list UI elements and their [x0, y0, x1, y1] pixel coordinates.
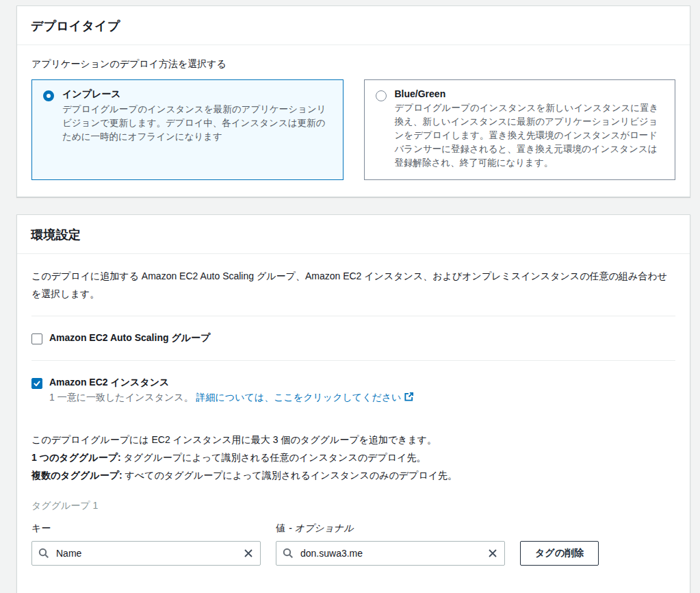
asg-checkbox-label: Amazon EC2 Auto Scaling グループ — [49, 332, 210, 344]
radio-unselected-icon[interactable] — [376, 90, 387, 101]
ec2-matched-instances-text: 1 一意に一致したインスタンス。 詳細については、ここをクリックしてください — [49, 392, 675, 404]
key-clear-button[interactable] — [242, 546, 255, 560]
checkbox-unchecked-icon[interactable] — [31, 333, 42, 344]
option-blue-green-label: Blue/Green — [395, 88, 664, 99]
tag-info-line2-bold: 1 つのタググループ: — [31, 452, 121, 463]
remove-tag-button[interactable]: タグの削除 — [520, 541, 599, 566]
option-blue-green-description: デプロイグループのインスタンスを新しいインスタンスに置き換え、新しいインスタンス… — [395, 101, 664, 170]
tag-info-line1: このデプロイグループには EC2 インスタンス用に最大 3 個のタググループを追… — [31, 431, 675, 449]
asg-checkbox-block: Amazon EC2 Auto Scaling グループ — [31, 329, 675, 347]
environment-description: このデプロイに追加する Amazon EC2 Auto Scaling グループ… — [31, 267, 675, 303]
option-tile-blue-green[interactable]: Blue/Green デプロイグループのインスタンスを新しいインスタンスに置き換… — [364, 79, 676, 180]
deploy-type-card: デプロイタイプ アプリケーションのデプロイ方法を選択する インプレース デプロイ… — [16, 5, 690, 197]
value-optional-text: - オプショナル — [289, 522, 354, 533]
asg-checkbox-row[interactable]: Amazon EC2 Auto Scaling グループ — [31, 332, 675, 344]
remove-tag-wrap: タグの削除 — [520, 541, 599, 566]
option-in-place-label: インプレース — [62, 88, 332, 101]
key-field: キー — [31, 522, 261, 566]
value-input[interactable] — [276, 541, 505, 566]
clear-x-icon — [243, 548, 254, 559]
tag-info-line3: 複数のタググループ: すべてのタググループによって識別されるインスタンスのみのデ… — [31, 466, 675, 484]
key-input[interactable] — [31, 541, 261, 566]
option-in-place-description: デプロイグループのインスタンスを最新のアプリケーションリビジョンで更新します。デ… — [62, 103, 332, 144]
ec2-checkbox-row[interactable]: Amazon EC2 インスタンス — [31, 377, 675, 389]
environment-title: 環境設定 — [31, 227, 676, 243]
radio-selected-icon[interactable] — [43, 90, 54, 101]
option-tile-in-place[interactable]: インプレース デプロイグループのインスタンスを最新のアプリケーションリビジョンで… — [31, 79, 343, 180]
deploy-method-question: アプリケーションのデプロイ方法を選択する — [31, 58, 675, 71]
value-clear-button[interactable] — [486, 546, 500, 560]
ec2-checkbox-label: Amazon EC2 インスタンス — [49, 377, 169, 389]
tag-info-line2-rest: タググループによって識別される任意のインスタンスのデプロイ先。 — [121, 452, 426, 463]
deploy-type-header: デプロイタイプ — [17, 6, 690, 45]
value-label-text: 値 — [276, 522, 285, 533]
key-search-box — [31, 541, 261, 566]
tag-group-info: このデプロイグループには EC2 インスタンス用に最大 3 個のタググループを追… — [31, 431, 675, 484]
ec2-checkbox-block: Amazon EC2 インスタンス 1 一意に一致したインスタンス。 詳細につい… — [31, 374, 675, 407]
option-tile-text: インプレース デプロイグループのインスタンスを最新のアプリケーションリビジョンで… — [62, 88, 332, 144]
deploy-option-tiles: インプレース デプロイグループのインスタンスを最新のアプリケーションリビジョンで… — [31, 79, 675, 180]
matched-count-text: 1 一意に一致したインスタンス。 — [49, 392, 194, 403]
checkbox-checked-icon[interactable] — [31, 378, 42, 389]
key-label: キー — [31, 522, 261, 535]
tag-info-line3-bold: 複数のタググループ: — [31, 470, 122, 481]
option-tile-text: Blue/Green デプロイグループのインスタンスを新しいインスタンスに置き換… — [395, 88, 664, 170]
environment-header: 環境設定 — [17, 215, 690, 254]
deploy-type-body: アプリケーションのデプロイ方法を選択する インプレース デプロイグループのインス… — [17, 45, 690, 197]
environment-body: このデプロイに追加する Amazon EC2 Auto Scaling グループ… — [17, 254, 690, 582]
environment-card: 環境設定 このデプロイに追加する Amazon EC2 Auto Scaling… — [16, 214, 690, 593]
deploy-type-title: デプロイタイプ — [31, 18, 676, 34]
tag-info-line2: 1 つのタググループ: タググループによって識別される任意のインスタンスのデプロ… — [31, 449, 675, 466]
divider — [31, 360, 675, 361]
details-link[interactable]: 詳細については、ここをクリックしてください — [196, 392, 402, 403]
value-search-box — [276, 541, 505, 566]
tag-group-1-title: タググループ 1 — [31, 500, 675, 512]
clear-x-icon — [487, 548, 498, 559]
value-label: 値- オプショナル — [276, 522, 505, 535]
external-link-icon — [404, 392, 414, 402]
tag-fields-row: キー 値- オプショナル — [31, 522, 675, 566]
checkmark-icon — [33, 379, 41, 388]
tag-info-line3-rest: すべてのタググループによって識別されるインスタンスのみのデプロイ先。 — [122, 470, 457, 481]
value-field: 値- オプショナル — [276, 522, 505, 566]
divider — [31, 316, 675, 316]
